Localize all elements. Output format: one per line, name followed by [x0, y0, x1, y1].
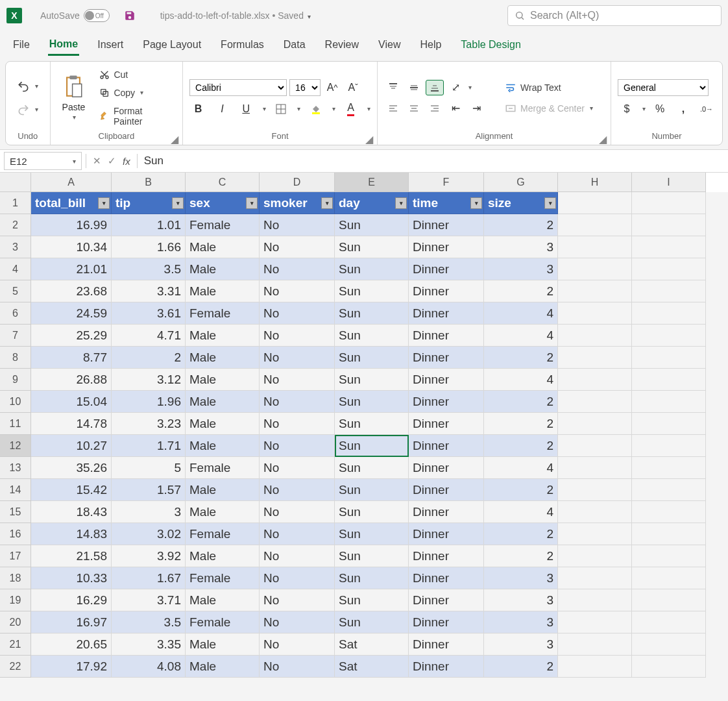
cell-A10[interactable]: 15.04 — [31, 391, 112, 413]
cell-E9[interactable]: Sun — [335, 369, 409, 391]
cell-B1[interactable]: tip▾ — [112, 192, 186, 214]
tab-file[interactable]: File — [12, 35, 31, 55]
cell-A15[interactable]: 18.43 — [31, 501, 112, 523]
align-middle-button[interactable] — [405, 80, 423, 95]
row-header-8[interactable]: 8 — [0, 347, 31, 369]
tab-help[interactable]: Help — [419, 35, 443, 55]
borders-button[interactable] — [273, 101, 290, 117]
cell-I15[interactable] — [632, 501, 706, 523]
cell-D9[interactable]: No — [260, 369, 335, 391]
cell-H10[interactable] — [558, 391, 632, 413]
cell-H7[interactable] — [558, 325, 632, 347]
cell-I9[interactable] — [632, 369, 706, 391]
cell-G18[interactable]: 3 — [484, 567, 558, 589]
cell-G3[interactable]: 3 — [484, 236, 558, 258]
number-format-select[interactable]: General — [618, 79, 709, 96]
cell-D4[interactable]: No — [260, 258, 335, 280]
filter-button[interactable]: ▾ — [470, 197, 482, 209]
cell-D3[interactable]: No — [260, 236, 335, 258]
align-center-button[interactable] — [405, 101, 423, 116]
cell-A12[interactable]: 10.27 — [31, 435, 112, 457]
cell-D5[interactable]: No — [260, 280, 335, 302]
cell-G21[interactable]: 3 — [484, 633, 558, 656]
decrease-font-button[interactable]: Aˇ — [344, 80, 362, 95]
cell-G22[interactable]: 2 — [484, 656, 558, 678]
cell-F10[interactable]: Dinner — [409, 391, 484, 413]
cell-G1[interactable]: size▾ — [484, 192, 558, 214]
cell-G14[interactable]: 2 — [484, 479, 558, 501]
cell-C2[interactable]: Female — [186, 214, 260, 236]
cell-D14[interactable]: No — [260, 479, 335, 501]
comma-button[interactable]: , — [674, 101, 692, 117]
save-icon[interactable] — [124, 10, 136, 21]
undo-button[interactable]: ▾ — [13, 78, 42, 95]
tab-page-layout[interactable]: Page Layout — [141, 35, 202, 55]
cell-D11[interactable]: No — [260, 413, 335, 435]
cell-D20[interactable]: No — [260, 611, 335, 633]
cell-I10[interactable] — [632, 391, 706, 413]
cell-G19[interactable]: 3 — [484, 589, 558, 611]
cell-A9[interactable]: 26.88 — [31, 369, 112, 391]
cell-F14[interactable]: Dinner — [409, 479, 484, 501]
tab-home[interactable]: Home — [48, 34, 79, 56]
cut-button[interactable]: Cut — [95, 68, 176, 82]
row-header-13[interactable]: 13 — [0, 457, 31, 479]
filter-button[interactable]: ▾ — [395, 197, 407, 209]
row-header-6[interactable]: 6 — [0, 302, 31, 325]
cell-A1[interactable]: total_bill▾ — [31, 192, 112, 214]
cell-D6[interactable]: No — [260, 302, 335, 325]
cell-B5[interactable]: 3.31 — [112, 280, 186, 302]
cell-E4[interactable]: Sun — [335, 258, 409, 280]
row-header-7[interactable]: 7 — [0, 325, 31, 347]
cell-H11[interactable] — [558, 413, 632, 435]
align-right-button[interactable] — [426, 101, 444, 116]
cell-D19[interactable]: No — [260, 589, 335, 611]
font-size-select[interactable]: 16 — [289, 79, 321, 96]
cell-H13[interactable] — [558, 457, 632, 479]
cell-F7[interactable]: Dinner — [409, 325, 484, 347]
tab-data[interactable]: Data — [282, 35, 307, 55]
toggle-switch[interactable]: Off — [84, 9, 110, 22]
cell-D16[interactable]: No — [260, 523, 335, 545]
cancel-formula-button[interactable]: ✕ — [93, 155, 101, 167]
cell-B9[interactable]: 3.12 — [112, 369, 186, 391]
cell-E1[interactable]: day▾ — [335, 192, 409, 214]
cell-E19[interactable]: Sun — [335, 589, 409, 611]
cell-I19[interactable] — [632, 589, 706, 611]
filter-button[interactable]: ▾ — [98, 197, 110, 209]
cell-I5[interactable] — [632, 280, 706, 302]
cell-E14[interactable]: Sun — [335, 479, 409, 501]
percent-button[interactable]: % — [651, 101, 669, 117]
cell-E13[interactable]: Sun — [335, 457, 409, 479]
cell-I12[interactable] — [632, 435, 706, 457]
cell-H21[interactable] — [558, 633, 632, 656]
cell-B13[interactable]: 5 — [112, 457, 186, 479]
cell-C13[interactable]: Female — [186, 457, 260, 479]
cell-E2[interactable]: Sun — [335, 214, 409, 236]
cell-G16[interactable]: 2 — [484, 523, 558, 545]
cell-A4[interactable]: 21.01 — [31, 258, 112, 280]
cell-C4[interactable]: Male — [186, 258, 260, 280]
cell-H9[interactable] — [558, 369, 632, 391]
cell-A13[interactable]: 35.26 — [31, 457, 112, 479]
cell-B4[interactable]: 3.5 — [112, 258, 186, 280]
cell-H22[interactable] — [558, 656, 632, 678]
tab-formulas[interactable]: Formulas — [219, 35, 265, 55]
cell-G4[interactable]: 3 — [484, 258, 558, 280]
cell-H19[interactable] — [558, 589, 632, 611]
cell-F2[interactable]: Dinner — [409, 214, 484, 236]
col-header-H[interactable]: H — [558, 173, 632, 192]
cell-F11[interactable]: Dinner — [409, 413, 484, 435]
filter-button[interactable]: ▾ — [321, 197, 333, 209]
search-input[interactable]: Search (Alt+Q) — [507, 5, 722, 26]
cell-B21[interactable]: 3.35 — [112, 633, 186, 656]
decrease-indent-button[interactable]: ⇤ — [446, 101, 465, 116]
document-title[interactable]: tips-add-to-left-of-table.xlsx • Saved ▾ — [160, 10, 311, 21]
cell-E12[interactable]: Sun — [335, 435, 409, 457]
cell-C6[interactable]: Female — [186, 302, 260, 325]
col-header-A[interactable]: A — [31, 173, 112, 192]
cell-G13[interactable]: 4 — [484, 457, 558, 479]
cell-E15[interactable]: Sun — [335, 501, 409, 523]
row-header-22[interactable]: 22 — [0, 656, 31, 678]
cell-B11[interactable]: 3.23 — [112, 413, 186, 435]
